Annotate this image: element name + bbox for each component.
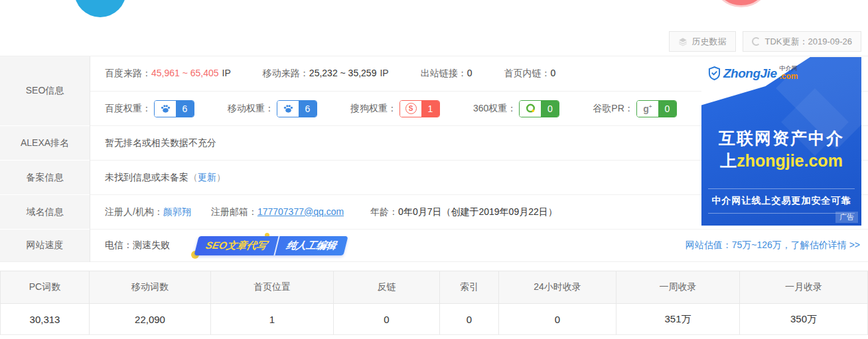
baidu-paw-icon [277,101,299,117]
shield-icon [708,66,721,80]
stats-header-pc-words: PC词数 [0,271,90,304]
promo-right-text: 纯人工编辑 [275,236,348,255]
stats-value-mobile-words: 22,090 [90,304,211,335]
promo-left-text: SEO文章代写 [194,236,279,255]
google-pr: 谷歌PR： g+ 0 [593,100,676,117]
paren-close: ） [216,172,226,184]
speed-row: 电信：测速失败 SEO文章代写 纯人工编辑 网站估值：75万~126万，了解估价… [90,230,868,262]
sogou-weight-label: 搜狗权重： [350,103,397,115]
info-label-column: SEO信息 ALEXA排名 备案信息 域名信息 网站速度 [0,56,90,262]
ad-tagline: 中介网让线上交易更加安全可靠 [708,188,855,214]
icp-update-link[interactable]: 更新 [198,172,216,184]
registrant-link[interactable]: 颜郭翔 [163,206,191,218]
outbound-links-label: 出站链接： [421,68,467,80]
site-valuation-link[interactable]: 网站估值：75万~126万，了解估价详情 >> [686,239,860,251]
stats-header-backlinks: 反链 [334,271,440,304]
partial-logo-pink-circle [711,0,771,7]
refresh-icon [752,37,760,46]
so360-weight-value: 0 [541,101,559,117]
brand-name: ZhongJie [723,66,776,81]
stats-value-24h-collected: 0 [499,304,616,335]
baidu-traffic-label: 百度来路： [105,68,151,80]
mobile-traffic-label: 移动来路： [263,68,309,80]
baidu-traffic: 百度来路： 45,961 ~ 65,405 IP [105,68,231,80]
stats-value-week-collected: 351万 [616,304,740,335]
baidu-weight-badge[interactable]: 6 [154,100,194,117]
mobile-traffic-unit: IP [380,68,388,78]
mobile-weight-label: 移动权重： [228,103,274,115]
row-label-domain: 域名信息 [0,195,90,230]
baidu-paw-icon [155,101,176,117]
stats-value-row: 30,313 22,090 1 0 0 0 351万 350万 [0,304,868,335]
mobile-weight-badge[interactable]: 6 [277,100,317,117]
mobile-weight-value: 6 [299,101,317,117]
stats-header-mobile-words: 移动词数 [90,271,211,304]
baidu-traffic-unit: IP [222,68,231,78]
history-data-label: 历史数据 [692,36,727,48]
ad-headline: 互联网资产中介 [701,127,861,149]
google-plus-icon: g+ [637,101,658,117]
registrant-label: 注册人/机构： [105,206,163,218]
brand-com: .com [779,72,798,81]
google-pr-value: 0 [658,101,676,117]
registrant-email-label: 注册邮箱： [211,206,257,218]
tdk-update-button[interactable]: TDK更新：2019-09-26 [743,31,862,52]
domain-age: 年龄： 0年0月7日（创建于2019年09月22日） [370,206,557,218]
stats-value-month-collected: 350万 [740,304,868,335]
homepage-inlinks: 首页内链： 0 [504,68,555,80]
icp-status-text: 未找到信息或未备案 [105,172,188,184]
ad-label-badge: 广告 [835,212,858,223]
stats-header-homepage-position: 首页位置 [211,271,334,304]
registrant: 注册人/机构： 颜郭翔 [105,206,191,218]
stats-header-row: PC词数 移动词数 首页位置 反链 索引 24小时收录 一周收录 一月收录 [0,271,868,304]
history-data-button[interactable]: 历史数据 [669,31,736,52]
sogou-weight: 搜狗权重： S 1 [350,100,440,117]
homepage-inlinks-value: 0 [550,68,555,78]
ad-banner-zhongjie[interactable]: ZhongJie 中介网 .com 互联网资产中介 上zhongjie.com … [701,57,861,226]
tdk-update-label: TDK更新：2019-09-26 [765,36,853,48]
stats-header-week-collected: 一周收录 [616,271,740,304]
baidu-weight: 百度权重： 6 [105,100,194,117]
outbound-links: 出站链接： 0 [421,68,472,80]
brand-suffix: 中介网 .com [779,66,798,81]
homepage-inlinks-label: 首页内链： [504,68,550,80]
stats-header-index: 索引 [440,271,499,304]
registrant-email-link[interactable]: 177707377@qq.com [257,206,344,217]
ad-domain-line: 上zhongjie.com [701,150,861,172]
seo-article-promo-banner[interactable]: SEO文章代写 纯人工编辑 [196,236,346,255]
layers-icon [678,37,687,46]
row-label-speed: 网站速度 [0,230,90,262]
baidu-traffic-value: 45,961 ~ 65,405 [151,68,219,78]
baidu-weight-value: 6 [176,101,194,117]
so360-weight-label: 360权重： [473,103,516,115]
mobile-traffic-value: 25,232 ~ 35,259 [309,68,377,78]
stats-header-24h-collected: 24小时收录 [499,271,616,304]
outbound-links-value: 0 [467,68,472,78]
sogou-weight-badge[interactable]: S 1 [399,100,440,117]
stats-value-index: 0 [440,304,499,335]
domain-age-value: 0年0月7日（创建于2019年09月22日） [398,206,557,218]
360-ring-icon [520,101,541,117]
stats-header-month-collected: 一月收录 [740,271,868,304]
alexa-value: 暂无排名或相关数据不充分 [105,137,216,149]
domain-age-label: 年龄： [370,206,398,218]
baidu-weight-label: 百度权重： [105,103,151,115]
sogou-s-icon: S [400,101,421,117]
row-label-seo: SEO信息 [0,56,90,126]
stats-value-homepage-position: 1 [211,304,334,335]
so360-weight: 360权重： 0 [473,100,559,117]
zhongjie-logo: ZhongJie 中介网 .com [708,66,798,81]
registrant-email: 注册邮箱： 177707377@qq.com [211,206,344,218]
stats-value-pc-words: 30,313 [0,304,90,335]
partial-logo-blue-circle [74,0,126,17]
sogou-weight-value: 1 [421,101,439,117]
mobile-traffic: 移动来路： 25,232 ~ 35,259 IP [263,68,389,80]
so360-weight-badge[interactable]: 0 [519,100,559,117]
keyword-stats-table: PC词数 移动词数 首页位置 反链 索引 24小时收录 一周收录 一月收录 30… [0,271,868,335]
promo-body: SEO文章代写 纯人工编辑 [194,236,348,255]
telecom-speed-status: 电信：测速失败 [105,239,170,251]
google-pr-label: 谷歌PR： [593,103,633,115]
row-label-icp: 备案信息 [0,161,90,195]
google-pr-badge[interactable]: g+ 0 [636,100,677,117]
ad-domain-prefix: 上 [720,151,737,170]
